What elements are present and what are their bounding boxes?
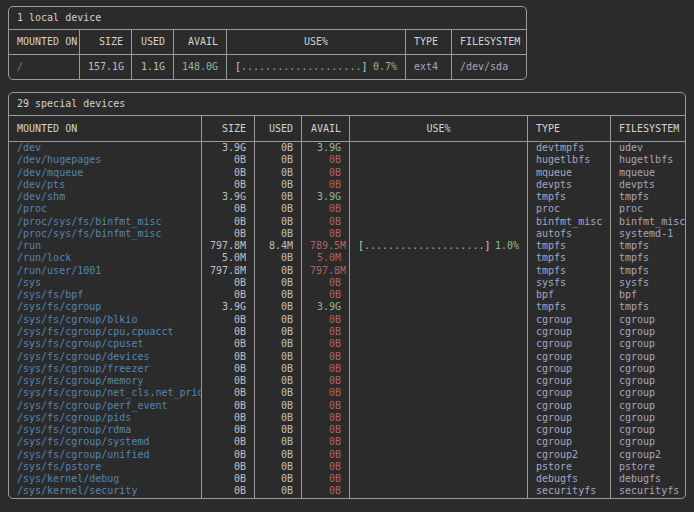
filesystem-cell: cgroup <box>610 400 685 412</box>
usage-percent: 0.7% <box>373 55 397 79</box>
use-percent-cell <box>349 142 527 154</box>
size-cell: 0B <box>201 412 254 424</box>
avail-cell: 0B <box>301 473 349 485</box>
used-cell: 0B <box>254 179 301 191</box>
size-cell: 0B <box>201 363 254 375</box>
size-cell: 0B <box>201 351 254 363</box>
filesystem-cell: cgroup2 <box>610 449 685 461</box>
size-cell: 0B <box>201 167 254 179</box>
mount-cell: /sys/fs/cgroup/unified <box>9 449 201 461</box>
mount-cell: /proc <box>9 203 201 215</box>
mount-cell: /sys <box>9 277 201 289</box>
filesystem-cell: systemd-1 <box>610 228 685 240</box>
type-cell: devtmpfs <box>527 142 610 154</box>
local-table-title: 1 local device <box>9 7 526 30</box>
type-cell: cgroup <box>527 424 610 436</box>
use-percent-cell: [....................]1.0% <box>349 240 527 252</box>
type-cell: devpts <box>527 179 610 191</box>
use-percent-cell <box>349 289 527 301</box>
used-cell: 0B <box>254 216 301 228</box>
size-cell: 0B <box>201 228 254 240</box>
column-header-filesystem: FILESYSTEM <box>610 116 685 141</box>
mount-cell: /dev/shm <box>9 191 201 203</box>
used-cell: 0B <box>254 203 301 215</box>
type-cell: tmpfs <box>527 265 610 277</box>
use-percent-cell <box>349 203 527 215</box>
filesystem-cell: cgroup <box>610 338 685 350</box>
type-cell: autofs <box>527 228 610 240</box>
bar-track: .................... <box>364 240 484 251</box>
avail-cell: 3.9G <box>301 191 349 203</box>
mount-cell: /run/user/1001 <box>9 265 201 277</box>
mount-cell: / <box>9 55 79 79</box>
mount-cell: /sys/fs/cgroup/cpu,cpuacct <box>9 326 201 338</box>
type-cell: mqueue <box>527 167 610 179</box>
size-cell: 0B <box>201 449 254 461</box>
avail-cell: 0B <box>301 216 349 228</box>
used-cell: 0B <box>254 191 301 203</box>
special-table-body: /dev3.9G0B3.9Gdevtmpfsudev/dev/hugepages… <box>9 142 685 498</box>
size-cell: 0B <box>201 179 254 191</box>
used-cell: 0B <box>254 301 301 313</box>
used-cell: 8.4M <box>254 240 301 252</box>
column-header-mounted-on: MOUNTED ON <box>9 116 201 141</box>
use-percent-cell <box>349 473 527 485</box>
use-percent-cell <box>349 154 527 166</box>
use-percent-cell <box>349 167 527 179</box>
filesystem-cell: cgroup <box>610 436 685 448</box>
size-cell: 0B <box>201 154 254 166</box>
use-percent-cell <box>349 216 527 228</box>
used-cell: 0B <box>254 485 301 497</box>
use-percent-cell <box>349 191 527 203</box>
mount-cell: /sys/fs/cgroup/memory <box>9 375 201 387</box>
column-header-used: USED <box>254 116 301 141</box>
type-cell: cgroup <box>527 338 610 350</box>
used-cell: 0B <box>254 326 301 338</box>
filesystem-cell: pstore <box>610 461 685 473</box>
use-percent-cell <box>349 338 527 350</box>
use-percent-cell <box>349 301 527 313</box>
avail-cell: 0B <box>301 400 349 412</box>
special-devices-table: 29 special devices MOUNTED ONSIZEUSEDAVA… <box>8 92 686 499</box>
type-cell: sysfs <box>527 277 610 289</box>
local-table-body: /157.1G1.1G148.0G[....................]0… <box>9 55 526 79</box>
avail-cell: 0B <box>301 179 349 191</box>
bar-close-bracket: ] <box>361 61 367 72</box>
use-percent-cell <box>349 363 527 375</box>
avail-cell: 0B <box>301 277 349 289</box>
mount-cell: /sys/kernel/debug <box>9 473 201 485</box>
filesystem-cell: devpts <box>610 179 685 191</box>
used-cell: 0B <box>254 412 301 424</box>
type-cell: cgroup2 <box>527 449 610 461</box>
avail-cell: 3.9G <box>301 301 349 313</box>
used-cell: 1.1G <box>131 55 173 79</box>
type-cell: securityfs <box>527 485 610 497</box>
mount-cell: /dev/mqueue <box>9 167 201 179</box>
mount-cell: /sys/fs/cgroup/rdma <box>9 424 201 436</box>
usage-bar: [....................] <box>358 240 490 252</box>
size-cell: 0B <box>201 400 254 412</box>
type-cell: cgroup <box>527 314 610 326</box>
avail-cell: 0B <box>301 461 349 473</box>
avail-cell: 0B <box>301 375 349 387</box>
size-cell: 3.9G <box>201 301 254 313</box>
mount-cell: /dev/pts <box>9 179 201 191</box>
type-cell: hugetlbfs <box>527 154 610 166</box>
avail-cell: 0B <box>301 351 349 363</box>
type-cell: cgroup <box>527 412 610 424</box>
mount-cell: /dev <box>9 142 201 154</box>
filesystem-cell: tmpfs <box>610 252 685 264</box>
column-header-size: SIZE <box>201 116 254 141</box>
used-cell: 0B <box>254 461 301 473</box>
avail-cell: 0B <box>301 203 349 215</box>
filesystem-cell: /dev/sda <box>451 55 526 79</box>
type-cell: pstore <box>527 461 610 473</box>
used-cell: 0B <box>254 400 301 412</box>
use-percent-cell <box>349 252 527 264</box>
type-cell: cgroup <box>527 400 610 412</box>
size-cell: 0B <box>201 203 254 215</box>
avail-cell: 0B <box>301 167 349 179</box>
type-cell: proc <box>527 203 610 215</box>
size-cell: 0B <box>201 314 254 326</box>
use-percent-cell <box>349 314 527 326</box>
